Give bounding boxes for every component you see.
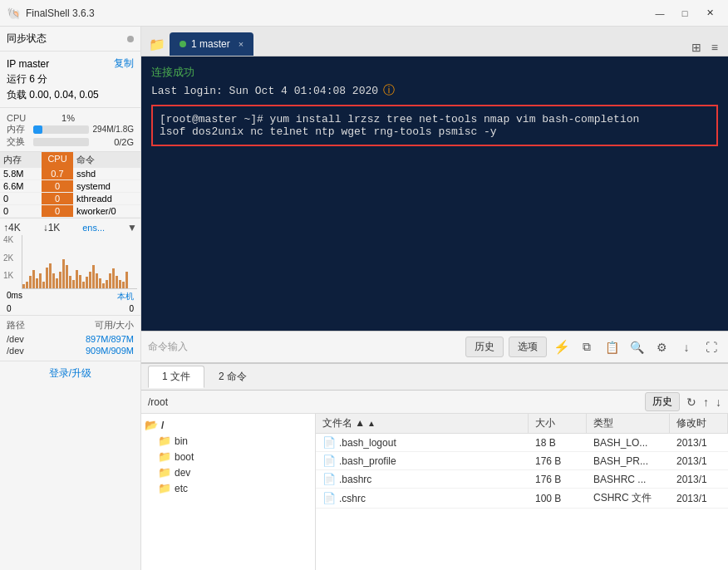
terminal-last-login: Last login: Sun Oct 4 01:04:08 2020 ⓘ bbox=[151, 83, 718, 98]
terminal-cmd-2: lsof dos2unix nc telnet ntp wget rng-too… bbox=[160, 125, 497, 138]
disk-path-1: /dev bbox=[7, 346, 24, 356]
proc-cmd-2: kthreadd bbox=[73, 193, 140, 204]
ping-row: 0ms 本机 bbox=[3, 289, 137, 304]
bar bbox=[32, 270, 35, 288]
bar bbox=[96, 273, 98, 288]
cmd-input-placeholder[interactable]: 命令输入 bbox=[148, 340, 460, 354]
tree-item-boot[interactable]: 📁 boot bbox=[141, 449, 315, 464]
proc-header-cpu: CPU bbox=[42, 152, 73, 168]
copy-button[interactable]: 复制 bbox=[114, 57, 134, 71]
history-button[interactable]: 历史 bbox=[465, 337, 504, 357]
bar bbox=[112, 268, 115, 288]
settings-icon-button[interactable]: ⚙ bbox=[652, 337, 671, 357]
tab-bar-right: ⊞ ≡ bbox=[688, 39, 728, 56]
bar bbox=[86, 277, 88, 288]
bar bbox=[52, 273, 55, 288]
net-bars bbox=[22, 235, 137, 289]
proc-cpu-0: 0.7 bbox=[42, 168, 73, 179]
close-button[interactable]: ✕ bbox=[698, 3, 721, 23]
folder-icon-button[interactable]: 📁 bbox=[145, 32, 170, 56]
download-icon-button[interactable]: ↓ bbox=[676, 337, 696, 357]
bar bbox=[29, 276, 32, 288]
file-row-2[interactable]: 📄 .bashrc 176 B BASHRC ... 2013/1 bbox=[316, 470, 728, 489]
file-name-2: 📄 .bashrc bbox=[316, 470, 529, 488]
app-title: FinalShell 3.6.3 bbox=[26, 7, 648, 19]
terminal-success-msg: 连接成功 bbox=[151, 65, 718, 80]
proc-row-1[interactable]: 6.6M 0 systemd bbox=[0, 180, 140, 193]
file-list-panel: 文件名 ▲ 大小 类型 修改时 📄 .bash_logout bbox=[316, 414, 728, 570]
folder-icon-boot: 📁 bbox=[158, 450, 171, 463]
file-row-0[interactable]: 📄 .bash_logout 18 B BASH_LO... 2013/1 bbox=[316, 434, 728, 452]
file-upload-icon[interactable]: ↑ bbox=[703, 396, 709, 409]
app-icon: 🐚 bbox=[7, 7, 21, 20]
bottom-panel: 1 文件 2 命令 /root 历史 ↻ ↑ ↓ bbox=[141, 362, 728, 570]
login-upgrade-link[interactable]: 登录/升级 bbox=[49, 367, 91, 379]
disk-header-path: 路径 bbox=[7, 319, 25, 332]
file-header-modified[interactable]: 修改时 bbox=[670, 414, 728, 433]
bar bbox=[39, 273, 42, 288]
file-header-name[interactable]: 文件名 ▲ bbox=[316, 414, 529, 433]
tab-files[interactable]: 1 文件 bbox=[148, 366, 204, 388]
sync-status-dot bbox=[127, 36, 134, 42]
proc-row-2[interactable]: 0 0 kthreadd bbox=[0, 193, 140, 205]
copy-icon-button[interactable]: ⧉ bbox=[577, 337, 597, 357]
proc-row-0[interactable]: 5.8M 0.7 sshd bbox=[0, 168, 140, 180]
terminal-area[interactable]: 连接成功 Last login: Sun Oct 4 01:04:08 2020… bbox=[141, 57, 728, 331]
tree-item-dev[interactable]: 📁 dev bbox=[141, 464, 315, 480]
bar bbox=[36, 278, 38, 288]
bar bbox=[106, 280, 108, 288]
bar bbox=[56, 278, 58, 288]
net-expand-icon[interactable]: ▼ bbox=[127, 222, 137, 233]
disk-row-0: /dev 897M/897M bbox=[7, 334, 134, 344]
grid-view-icon[interactable]: ⊞ bbox=[688, 39, 705, 56]
tab-bar: 📁 1 master × ⊞ ≡ bbox=[141, 27, 728, 57]
proc-row-3[interactable]: 0 0 kworker/0 bbox=[0, 205, 140, 218]
maximize-button[interactable]: □ bbox=[673, 3, 696, 23]
list-view-icon[interactable]: ≡ bbox=[708, 39, 721, 56]
swap-value: 0/2G bbox=[92, 137, 134, 147]
bar bbox=[72, 280, 75, 288]
tree-item-etc[interactable]: 📁 etc bbox=[141, 480, 315, 496]
proc-cpu-1: 0 bbox=[42, 180, 73, 192]
proc-cpu-2: 0 bbox=[42, 193, 73, 204]
bar bbox=[82, 282, 85, 288]
swap-label: 交换 bbox=[7, 135, 30, 148]
bar bbox=[69, 276, 71, 288]
file-history-button[interactable]: 历史 bbox=[645, 392, 680, 411]
disk-path-0: /dev bbox=[7, 334, 24, 344]
tab-commands[interactable]: 2 命令 bbox=[204, 366, 261, 388]
file-type-3: CSHRC 文件 bbox=[587, 489, 670, 508]
terminal-command-box: [root@master ~]# yum install lrzsz tree … bbox=[151, 105, 718, 146]
sync-status-label: 同步状态 bbox=[7, 32, 47, 46]
net-chart: 4K 2K 1K bbox=[3, 235, 137, 289]
file-type-0: BASH_LO... bbox=[587, 435, 670, 451]
cpu-label: CPU bbox=[7, 113, 30, 123]
paste-icon-button[interactable]: 📋 bbox=[602, 337, 622, 357]
folder-icon-bin: 📁 bbox=[158, 435, 171, 447]
lightning-icon-button[interactable]: ⚡ bbox=[552, 337, 572, 357]
file-row-1[interactable]: 📄 .bash_profile 176 B BASH_PR... 2013/1 bbox=[316, 452, 728, 470]
metrics-section: CPU 1% 内存 294M/1.8G 交换 0/2G bbox=[0, 108, 140, 152]
file-download-icon[interactable]: ↓ bbox=[716, 396, 721, 409]
bar bbox=[66, 265, 68, 288]
tab-close-button[interactable]: × bbox=[239, 39, 243, 49]
file-header-type[interactable]: 类型 bbox=[587, 414, 670, 433]
file-cmd-tabs: 1 文件 2 命令 bbox=[141, 364, 728, 391]
file-row-3[interactable]: 📄 .cshrc 100 B CSHRC 文件 2013/1 bbox=[316, 489, 728, 509]
runtime-label: 运行 6 分 bbox=[7, 72, 47, 86]
folder-icon-etc: 📁 bbox=[158, 482, 171, 494]
file-refresh-icon[interactable]: ↻ bbox=[686, 396, 696, 409]
search-icon-button[interactable]: 🔍 bbox=[627, 337, 647, 357]
cpu-metric-row: CPU 1% bbox=[7, 113, 134, 123]
proc-mem-3: 0 bbox=[0, 205, 42, 217]
minimize-button[interactable]: — bbox=[648, 3, 671, 23]
bar bbox=[102, 283, 105, 288]
file-type-2: BASHRC ... bbox=[587, 471, 670, 488]
tree-item-bin[interactable]: 📁 bin bbox=[141, 433, 315, 449]
tree-root[interactable]: 📂 / bbox=[141, 417, 315, 433]
options-button[interactable]: 选项 bbox=[509, 337, 547, 357]
fullscreen-icon-button[interactable]: ⛶ bbox=[701, 337, 721, 357]
file-header-size[interactable]: 大小 bbox=[529, 414, 587, 433]
tab-master[interactable]: 1 master × bbox=[170, 32, 253, 56]
title-bar: 🐚 FinalShell 3.6.3 — □ ✕ bbox=[0, 0, 728, 27]
